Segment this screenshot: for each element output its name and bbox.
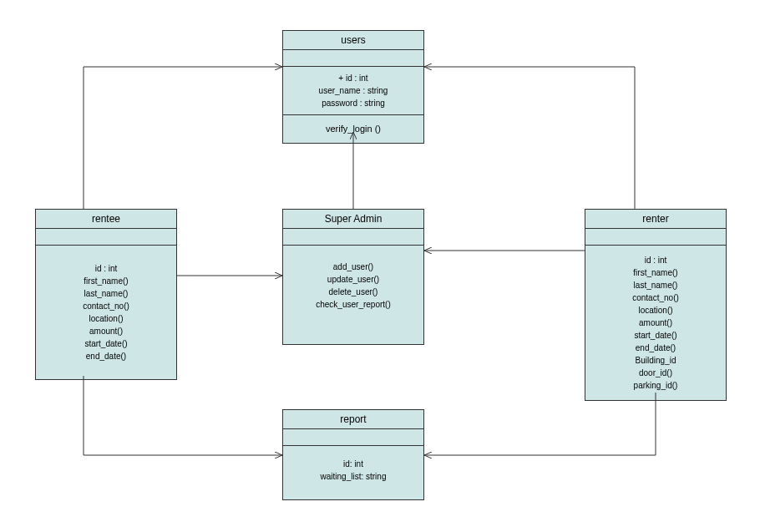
class-rentee-attributes: id : int first_name() last_name() contac… (36, 246, 176, 379)
attr: end_date() (43, 350, 170, 362)
attr: id : int (592, 254, 719, 266)
attr: door_id() (592, 367, 719, 379)
class-renter: renter id : int first_name() last_name()… (585, 209, 727, 401)
attr: amount() (592, 317, 719, 329)
class-superadmin-title: Super Admin (283, 210, 423, 229)
class-renter-title: renter (585, 210, 726, 229)
attr: start_date() (592, 329, 719, 342)
edge-renter-users (424, 67, 635, 209)
class-users-empty1 (283, 50, 423, 67)
class-report: report id: int waiting_list: string (282, 409, 424, 500)
attr: id: int (290, 458, 417, 470)
edge-rentee-report (84, 376, 282, 455)
class-users-methods: verify_login () (283, 115, 423, 143)
attr: parking_id() (592, 379, 719, 392)
class-users-title: users (283, 31, 423, 50)
attr: Building_id (592, 354, 719, 367)
class-rentee-title: rentee (36, 210, 176, 229)
attr: id : int (43, 262, 170, 275)
attr: amount() (43, 325, 170, 337)
attr: waiting_list: string (290, 470, 417, 483)
class-renter-attributes: id : int first_name() last_name() contac… (585, 246, 726, 400)
method: delete_user() (290, 286, 417, 298)
method: update_user() (290, 273, 417, 286)
method: add_user() (290, 261, 417, 273)
edge-rentee-users (84, 67, 282, 209)
class-rentee-empty1 (36, 229, 176, 246)
class-report-attributes: id: int waiting_list: string (283, 446, 423, 499)
attr: first_name() (43, 275, 170, 287)
class-rentee: rentee id : int first_name() last_name()… (35, 209, 177, 380)
method: verify_login () (290, 122, 417, 136)
attr: last_name() (592, 279, 719, 291)
attr: end_date() (592, 342, 719, 354)
attr: first_name() (592, 266, 719, 279)
attr: start_date() (43, 337, 170, 350)
attr: location() (43, 312, 170, 325)
method: check_user_report() (290, 298, 417, 311)
class-superadmin-empty1 (283, 229, 423, 246)
attr: user_name : string (290, 84, 417, 97)
class-users-attributes: + id : int user_name : string password :… (283, 67, 423, 115)
attr: contact_no() (43, 300, 170, 312)
attr: + id : int (290, 72, 417, 84)
attr: last_name() (43, 287, 170, 300)
class-report-title: report (283, 410, 423, 429)
attr: contact_no() (592, 291, 719, 304)
class-renter-empty1 (585, 229, 726, 246)
class-superadmin-methods: add_user() update_user() delete_user() c… (283, 246, 423, 344)
class-superadmin: Super Admin add_user() update_user() del… (282, 209, 424, 345)
edge-renter-report (424, 393, 656, 455)
attr: password : string (290, 97, 417, 109)
attr: location() (592, 304, 719, 317)
class-report-empty1 (283, 429, 423, 446)
class-users: users + id : int user_name : string pass… (282, 30, 424, 144)
